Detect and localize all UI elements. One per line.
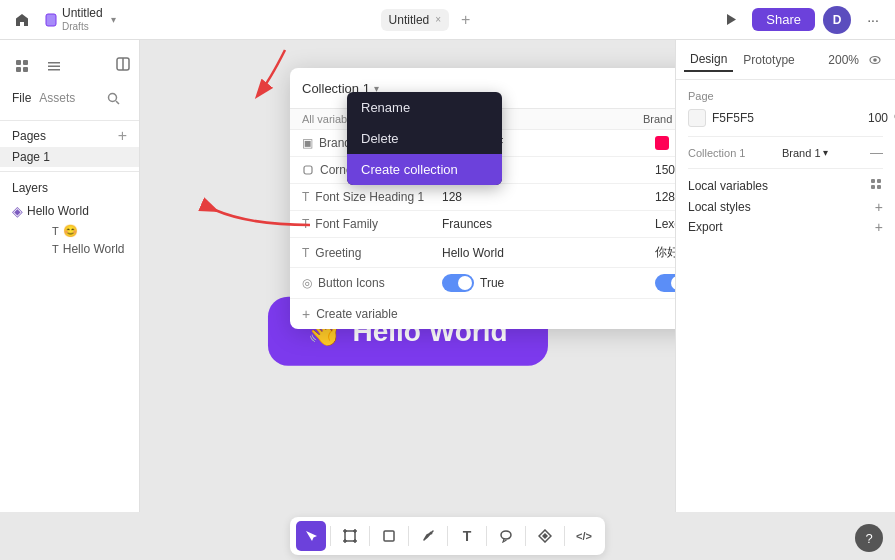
file-section: File Assets — [0, 84, 139, 116]
collection-val-right[interactable]: Brand 1 ▾ — [782, 147, 828, 159]
page-color-preview[interactable] — [688, 109, 706, 127]
sidebar-tools-btn[interactable] — [8, 52, 36, 80]
export-row: Export + — [688, 219, 883, 235]
svg-rect-3 — [23, 60, 28, 65]
toolbar-divider-3 — [408, 526, 409, 546]
T-icon: T — [463, 528, 472, 544]
prototype-tab[interactable]: Prototype — [737, 49, 800, 71]
row-val2-corner: 150 — [655, 163, 675, 177]
row-name-btnicons: ◎ Button Icons — [302, 276, 442, 290]
search-btn[interactable] — [99, 84, 127, 112]
collection-minus-btn[interactable]: — — [870, 145, 883, 160]
add-page-btn[interactable]: + — [118, 127, 127, 145]
help-button[interactable]: ? — [855, 524, 883, 552]
toolbar-divider-4 — [447, 526, 448, 546]
svg-rect-37 — [384, 531, 394, 541]
sidebar-divider-1 — [0, 120, 139, 121]
svg-rect-26 — [871, 185, 875, 189]
file-tab-item[interactable]: Untitled × — [381, 9, 450, 31]
svg-line-12 — [116, 101, 119, 104]
toggle-on-1[interactable] — [442, 274, 474, 292]
sidebar-layers-btn[interactable] — [40, 52, 68, 80]
tab-chevron: ▾ — [111, 14, 116, 25]
sidebar-toggle-btn[interactable] — [115, 56, 131, 76]
comment-tool[interactable] — [491, 521, 521, 551]
pen-tool[interactable] — [413, 521, 443, 551]
component-tool[interactable] — [530, 521, 560, 551]
toolbar-divider-7 — [564, 526, 565, 546]
page-section-label: Page — [688, 90, 883, 102]
collection-label-right: Collection 1 — [688, 147, 745, 159]
local-styles-row: Local styles + — [688, 199, 883, 215]
export-add-btn[interactable]: + — [875, 219, 883, 235]
layer-hello-world[interactable]: ◈ Hello World — [0, 200, 139, 222]
page-1-item[interactable]: Page 1 — [0, 147, 139, 167]
right-divider-2 — [688, 168, 883, 169]
create-variable-btn[interactable]: + Create variable — [290, 299, 675, 329]
rename-menu-item[interactable]: Rename — [347, 92, 502, 123]
svg-marker-41 — [542, 533, 548, 539]
pages-section-header: Pages + — [0, 125, 139, 147]
toolbar-divider-2 — [369, 526, 370, 546]
create-var-label: Create variable — [316, 307, 397, 321]
sidebar-divider-2 — [0, 171, 139, 172]
file-label: File — [12, 91, 31, 105]
right-eye-btn[interactable] — [863, 48, 887, 72]
svg-rect-17 — [304, 166, 312, 174]
local-vars-row: Local variables — [688, 177, 883, 195]
more-options-button[interactable]: ··· — [859, 6, 887, 34]
main-layout: File Assets Pages + Page 1 Layers ◈ Hell… — [0, 40, 895, 512]
svg-rect-2 — [16, 60, 21, 65]
bottom-toolbar: T </> ? — [0, 512, 895, 560]
row-val1-btnicons: True — [442, 274, 655, 292]
color-swatch2 — [655, 136, 669, 150]
export-label: Export — [688, 220, 723, 234]
page-hex-input[interactable] — [712, 111, 862, 125]
sidebar-top-icons — [0, 48, 139, 84]
toggle-on-2[interactable] — [655, 274, 675, 292]
svg-point-38 — [430, 532, 433, 535]
svg-marker-1 — [727, 14, 736, 25]
share-button[interactable]: Share — [752, 8, 815, 31]
create-collection-menu-item[interactable]: Create collection — [347, 154, 502, 185]
row-val1-fontfamily: Fraunces — [442, 217, 655, 231]
svg-rect-28 — [345, 531, 355, 541]
T-icon3: T — [302, 246, 309, 260]
T-icon2: T — [302, 217, 309, 231]
pages-label: Pages — [12, 129, 46, 143]
toolbar-divider-1 — [330, 526, 331, 546]
tab-add-btn[interactable]: + — [457, 9, 474, 31]
local-styles-add-btn[interactable]: + — [875, 199, 883, 215]
code-tool[interactable]: </> — [569, 521, 599, 551]
layer-child-emoji[interactable]: T 😊 — [24, 222, 139, 240]
layers-label: Layers — [12, 181, 48, 195]
local-vars-icon-btn[interactable] — [869, 177, 883, 195]
avatar[interactable]: D — [823, 6, 851, 34]
local-styles-label: Local styles — [688, 200, 751, 214]
brand2-header[interactable]: Brand 2 — [643, 113, 675, 125]
design-tab[interactable]: Design — [684, 48, 733, 72]
layer-child-text[interactable]: T Hello World — [24, 240, 139, 258]
home-button[interactable] — [8, 6, 36, 34]
right-sidebar: Design Prototype 200% Page 100 % — [675, 40, 895, 512]
file-tab[interactable]: Untitled Drafts — [44, 7, 103, 31]
svg-rect-4 — [16, 67, 21, 72]
frame-tool[interactable] — [335, 521, 365, 551]
play-button[interactable] — [716, 6, 744, 34]
svg-rect-25 — [877, 179, 881, 183]
text-tool[interactable]: T — [452, 521, 482, 551]
row-val1-greeting: Hello World — [442, 246, 655, 260]
top-bar-left: Untitled Drafts ▾ — [8, 6, 148, 34]
delete-menu-item[interactable]: Delete — [347, 123, 502, 154]
row-val2-brand: FF0055 — [655, 136, 675, 150]
right-panel-tabs: Design Prototype 200% — [676, 40, 895, 80]
select-tool[interactable] — [296, 521, 326, 551]
top-bar-center: Untitled × + — [156, 9, 699, 31]
toolbar-divider-5 — [486, 526, 487, 546]
tab-close-btn[interactable]: × — [435, 14, 441, 25]
layer-label: Hello World — [27, 204, 89, 218]
file-subtitle: Drafts — [62, 21, 103, 32]
shape-tool[interactable] — [374, 521, 404, 551]
T-icon: T — [302, 190, 309, 204]
row-name-fontfamily: T Font Family — [302, 217, 442, 231]
